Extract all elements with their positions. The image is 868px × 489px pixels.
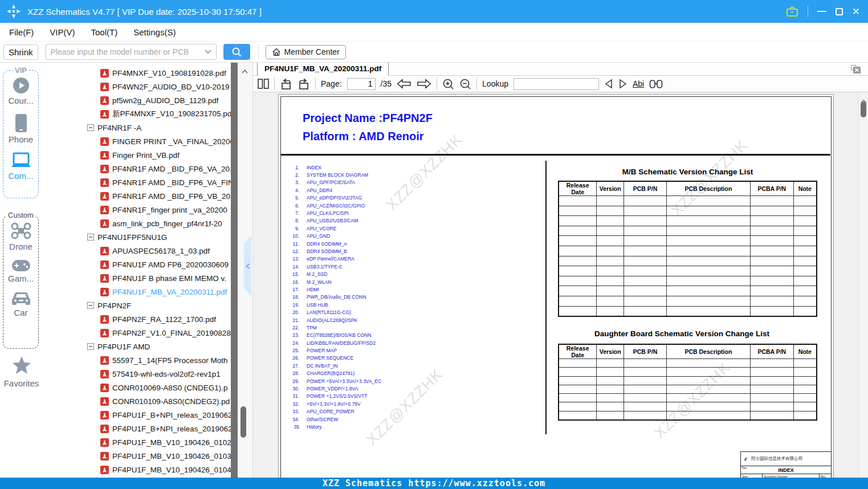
next-page-icon[interactable]: [417, 79, 431, 89]
chevron-left-icon: [246, 263, 250, 269]
pdf-file-icon: [100, 192, 109, 201]
tree-item[interactable]: 55597_1_14(FP5 Processor Moth: [43, 353, 231, 367]
sidebar-item-game[interactable]: Gam...: [3, 259, 38, 283]
menu-settings[interactable]: Settings(S): [125, 23, 184, 42]
match-case-toggle[interactable]: Abi: [633, 79, 644, 88]
tree-item[interactable]: Finger Print_VB.pdf: [43, 148, 231, 162]
tree-folder[interactable]: PF4PN2F: [43, 299, 231, 312]
tree-item[interactable]: PF4NR1F AMD _BID_FP6_VA_20.: [43, 162, 231, 176]
sidebar-item-computer[interactable]: Com...: [3, 152, 38, 181]
sidebar-item-courier[interactable]: Cour...: [3, 77, 38, 105]
menu-file[interactable]: File(F): [1, 23, 42, 42]
table-header: Version: [597, 344, 624, 359]
tree-item[interactable]: PF4NR1F AMD _BID_FP6_VA_FIN: [43, 176, 231, 189]
tree-item-label: PF4NR1F -A: [97, 124, 141, 132]
vip-group: VIP Cour... Phone Com...: [3, 66, 39, 198]
tree-scrollbar-thumb[interactable]: [241, 406, 246, 438]
tree-item[interactable]: PF4NR1F AMD _BID_FP6_VB_20.: [43, 189, 231, 203]
tree-item-label: CONR010109-A8S0(CNDEG2).pd: [112, 397, 230, 406]
find-prev-icon[interactable]: [604, 79, 613, 89]
phone-icon: [3, 113, 38, 133]
tree-item[interactable]: PF4NU1F_MB_VA_20200311.pdf: [43, 285, 231, 299]
scroll-up-icon[interactable]: [242, 66, 248, 76]
tree-item[interactable]: PF4PU1F_B+NPI_releas_2019062: [43, 422, 231, 435]
collapse-box-icon[interactable]: [87, 343, 94, 350]
tree-collapse-handle[interactable]: [244, 235, 251, 296]
sidebar-item-phone[interactable]: Phone: [3, 113, 38, 144]
binoculars-icon[interactable]: [649, 79, 663, 89]
tree-item[interactable]: APUASPEC56178_1_03.pdf: [43, 244, 231, 258]
laptop-icon: [3, 152, 38, 169]
tree-item[interactable]: 575419-whl-eds-vol2of2-rev1p1: [43, 367, 231, 381]
zoom-in-icon[interactable]: [442, 78, 454, 90]
tree-item[interactable]: PF4PN2F_RA_1122_1700.pdf: [43, 312, 231, 326]
two-page-view-icon[interactable]: [258, 79, 269, 89]
tree-item[interactable]: CONR010109-A8S0(CNDEG2).pd: [43, 394, 231, 408]
tree-item[interactable]: PF4PN2F_V1.0_FINAL_20190828: [43, 326, 231, 340]
menu-vip[interactable]: VIP(V): [42, 23, 83, 42]
shrink-button[interactable]: Shrink: [3, 44, 38, 60]
drone-icon: [3, 222, 38, 240]
pdf-file-icon: [100, 452, 109, 461]
sidebar-item-drone[interactable]: Drone: [3, 222, 38, 251]
tree-item[interactable]: PF4PU1F_MB_V10_190426_0102: [43, 435, 231, 449]
page-number-input[interactable]: [347, 78, 376, 90]
app-window: XZZ Schematics V4.77 [ VIP Due date: 202…: [0, 0, 868, 489]
collapse-box-icon[interactable]: [87, 302, 94, 309]
rotate-ccw-icon[interactable]: [280, 78, 292, 90]
tree-folder[interactable]: PF4NU1FPF5NU1G: [43, 230, 231, 244]
pdf-file-icon: [100, 260, 109, 269]
rotate-cw-icon[interactable]: [298, 78, 310, 90]
viewer-scrollbar[interactable]: [858, 92, 868, 478]
tree-item[interactable]: pf5wn2g_AUDIO_DB_1129.pdf: [43, 93, 231, 107]
menu-tool[interactable]: Tool(T): [83, 23, 126, 42]
tree-item[interactable]: asm_link_pcb_finger_pf4nr1f-20: [43, 217, 231, 230]
index-entry: 17.HDMI: [279, 286, 518, 293]
tree-splitter[interactable]: [231, 63, 238, 478]
title-block: 同方国际信息技术有限公司 Title INDEX Size Custom Doc…: [740, 451, 832, 478]
collapse-box-icon[interactable]: [87, 234, 94, 241]
pdf-file-icon: [100, 151, 109, 160]
close-button[interactable]: ✕: [852, 7, 860, 17]
tree-item[interactable]: PF4NU1F B phase EMI MEMO v.: [43, 271, 231, 285]
tree-item[interactable]: CONR010069-A8S0 (CNDEG1).p: [43, 381, 231, 394]
prev-page-icon[interactable]: [397, 79, 411, 89]
tree-item[interactable]: 新PF4MNXF_V10_1908231705.pd: [43, 107, 231, 121]
page-label: Page:: [321, 79, 342, 88]
maximize-button[interactable]: [836, 8, 843, 15]
tree-item[interactable]: PF4PU1F_MB_V10_190426_0104: [43, 463, 231, 476]
tree-item[interactable]: PF4PU1F_B+NPI_releas_2019062: [43, 408, 231, 422]
tab-active-pdf[interactable]: PF4NU1F_MB_VA_20200311.pdf: [257, 63, 389, 76]
zoom-out-icon[interactable]: [459, 78, 471, 90]
minimize-button[interactable]: [817, 11, 826, 12]
table-header: Release Date: [559, 181, 597, 196]
sidebar-item-car[interactable]: Car: [3, 291, 38, 317]
search-button[interactable]: [223, 44, 250, 60]
tree-item[interactable]: PF4NU1F AMD FP6_2020030609: [43, 258, 231, 271]
tree-item-label: PF4MNXF_V10_1908191028.pdf: [112, 69, 226, 78]
find-next-icon[interactable]: [618, 79, 627, 89]
chevron-down-icon[interactable]: [205, 50, 211, 54]
sidebar-item-favorites[interactable]: Favorites: [0, 356, 43, 388]
tree-item[interactable]: PF4WN2F_AUDIO_BD_V10-2019: [43, 80, 231, 93]
collapse-box-icon[interactable]: [87, 124, 94, 131]
pdf-file-icon: [100, 315, 109, 324]
license-briefcase-icon[interactable]: [786, 6, 798, 17]
tree-folder[interactable]: PF4PU1F AMD: [43, 340, 231, 353]
member-center-button[interactable]: Member Center: [266, 45, 346, 59]
table-row: [559, 246, 817, 256]
pdf-canvas[interactable]: Project Name :PF4PN2F Platform : AMD Ren…: [253, 92, 868, 478]
tree-item[interactable]: PF4MNXF_V10_1908191028.pdf: [43, 66, 231, 80]
table-row: [559, 359, 817, 368]
close-all-tabs-icon[interactable]: [851, 65, 861, 76]
tree-folder[interactable]: PF4NR1F -A: [43, 121, 231, 135]
model-search-box[interactable]: [46, 44, 217, 60]
tree-item[interactable]: PF4PU1F_MB_V10_190426_0103: [43, 449, 231, 463]
tree-item[interactable]: PF4NR1F_finger print _va_20200: [43, 203, 231, 217]
viewer-scrollbar-thumb[interactable]: [861, 102, 866, 117]
search-input[interactable]: [46, 47, 205, 56]
tree-item[interactable]: FINGER PRINT _VA_FINAL_20200: [43, 135, 231, 148]
tab-bar: PF4NU1F_MB_VA_20200311.pdf: [253, 63, 868, 76]
tree-item-label: FINGER PRINT _VA_FINAL_20200: [112, 137, 231, 146]
lookup-input[interactable]: [514, 78, 599, 90]
